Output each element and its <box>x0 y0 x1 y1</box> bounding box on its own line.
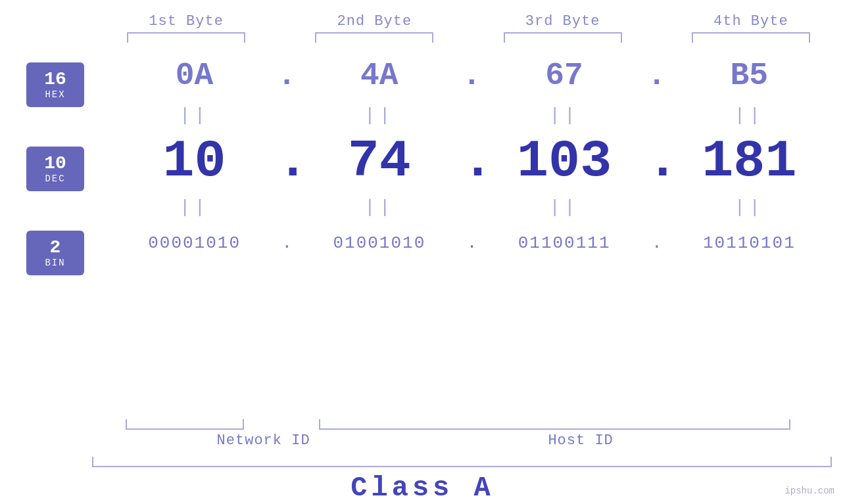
hex-badge-number: 16 <box>44 70 66 90</box>
byte-label-3: 3rd Byte <box>469 13 657 30</box>
host-id-bracket <box>319 419 790 430</box>
bin-value-3: 01100111 <box>482 233 647 253</box>
big-bottom-bracket-row <box>0 457 845 467</box>
dec-dot-2: . <box>462 131 482 191</box>
hex-dot-1: . <box>277 58 297 93</box>
equals-row-1: || || || || <box>112 102 832 128</box>
equals-2-2: || <box>297 197 462 218</box>
network-id-label: Network ID <box>184 432 343 449</box>
equals-1-4: || <box>667 105 832 126</box>
big-bracket-bottom <box>92 457 832 467</box>
bracket-top-3 <box>504 32 622 43</box>
bin-dot-3: . <box>647 233 667 253</box>
equals-1-1: || <box>112 105 277 126</box>
main-container: 1st Byte 2nd Byte 3rd Byte 4th Byte 16 H… <box>0 0 845 504</box>
dec-dot-3: . <box>647 131 667 191</box>
top-bracket-1 <box>92 32 280 43</box>
class-label: Class A <box>350 472 494 504</box>
byte-labels-row: 1st Byte 2nd Byte 3rd Byte 4th Byte <box>0 13 845 30</box>
equals-2-3: || <box>482 197 647 218</box>
hex-dot-2: . <box>462 58 482 93</box>
equals-1-3: || <box>482 105 647 126</box>
network-id-bracket <box>126 419 244 430</box>
top-bracket-4 <box>657 32 845 43</box>
hex-row: 0A . 4A . 67 . B5 <box>112 49 832 102</box>
bin-row: 00001010 . 01001010 . 01100111 . 1011010… <box>112 220 832 266</box>
badge-column: 16 HEX 10 DEC 2 BIN <box>26 49 112 416</box>
watermark: ipshu.com <box>785 486 834 496</box>
values-grid: 0A . 4A . 67 . B5 || || || || 10 <box>112 49 832 416</box>
hex-badge-label: HEX <box>45 90 65 100</box>
hex-value-4: B5 <box>667 58 832 93</box>
dec-value-4: 181 <box>667 131 832 191</box>
dec-value-2: 74 <box>297 131 462 191</box>
dec-dot-1: . <box>277 131 297 191</box>
bin-badge-label: BIN <box>45 258 65 268</box>
hex-badge: 16 HEX <box>26 62 84 107</box>
byte-label-4: 4th Byte <box>657 13 845 30</box>
byte-label-2: 2nd Byte <box>280 13 468 30</box>
equals-1-2: || <box>297 105 462 126</box>
equals-row-2: || || || || <box>112 194 832 220</box>
bottom-brackets-split-row <box>92 419 832 430</box>
labels-row: Network ID Host ID <box>92 432 832 449</box>
dec-value-1: 10 <box>112 131 277 191</box>
host-id-label: Host ID <box>343 432 819 449</box>
bracket-top-1 <box>127 32 245 43</box>
content-area: 16 HEX 10 DEC 2 BIN 0A . 4A . 67 . B5 <box>0 49 845 416</box>
bin-badge-number: 2 <box>50 238 61 258</box>
top-bracket-3 <box>469 32 657 43</box>
top-bracket-2 <box>280 32 468 43</box>
bin-value-4: 10110101 <box>667 233 832 253</box>
hex-value-2: 4A <box>297 58 462 93</box>
dec-row: 10 . 74 . 103 . 181 <box>112 128 832 194</box>
bin-dot-1: . <box>277 233 297 253</box>
top-bracket-row <box>0 32 845 43</box>
byte-label-1: 1st Byte <box>92 13 280 30</box>
dec-badge: 10 DEC <box>26 147 84 191</box>
dec-value-3: 103 <box>482 131 647 191</box>
bin-value-1: 00001010 <box>112 233 277 253</box>
network-id-bracket-cell <box>92 419 277 430</box>
bracket-top-2 <box>315 32 433 43</box>
hex-value-3: 67 <box>482 58 647 93</box>
bottom-bracket-area: Network ID Host ID <box>0 419 845 449</box>
bin-value-2: 01001010 <box>297 233 462 253</box>
class-row: Class A <box>0 472 845 504</box>
hex-dot-3: . <box>647 58 667 93</box>
equals-2-1: || <box>112 197 277 218</box>
hex-value-1: 0A <box>112 58 277 93</box>
dec-badge-label: DEC <box>45 174 65 184</box>
dec-badge-number: 10 <box>44 154 66 174</box>
equals-2-4: || <box>667 197 832 218</box>
bin-badge: 2 BIN <box>26 231 84 275</box>
host-id-bracket-cell <box>277 419 832 430</box>
bracket-top-4 <box>692 32 810 43</box>
bin-dot-2: . <box>462 233 482 253</box>
